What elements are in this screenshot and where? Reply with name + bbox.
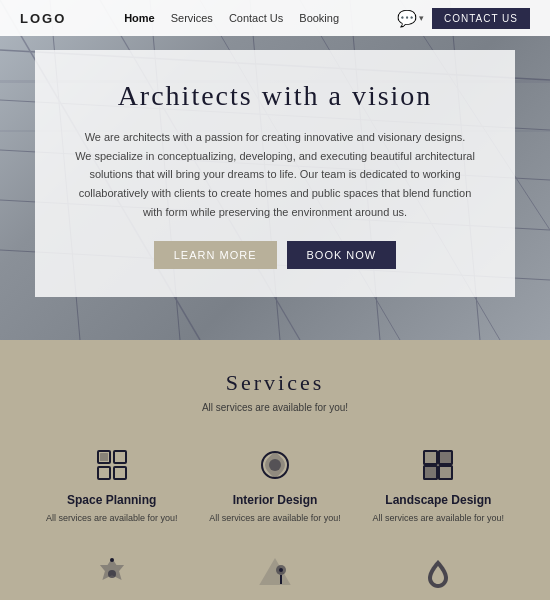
- learn-more-button[interactable]: LEARN MORE: [154, 241, 277, 269]
- services-title: Services: [30, 370, 520, 396]
- svg-rect-22: [100, 453, 108, 461]
- nav-home[interactable]: Home: [124, 12, 155, 24]
- site-planning-icon: [257, 556, 293, 592]
- svg-point-36: [279, 568, 283, 572]
- structural-engineering-icon: [420, 556, 456, 592]
- service-interior-design-desc: All services are available for you!: [209, 512, 341, 526]
- service-landscape-design-name: Landscape Design: [385, 493, 491, 507]
- service-structural-engineering: Structural Engineering All services are …: [357, 546, 520, 601]
- hero-buttons: LEARN MORE BOOK NOW: [75, 241, 475, 269]
- svg-rect-32: [440, 467, 451, 478]
- services-grid: Space Planning All services are availabl…: [30, 437, 520, 600]
- service-cad: Computer Aided Design All services are a…: [30, 546, 193, 601]
- services-section: Services All services are available for …: [0, 340, 550, 600]
- hero-section: Architects with a vision We are architec…: [0, 0, 550, 340]
- service-landscape-design: Landscape Design All services are availa…: [357, 437, 520, 536]
- space-planning-icon: [94, 447, 130, 483]
- service-space-planning: Space Planning All services are availabl…: [30, 437, 193, 536]
- service-interior-design: Interior Design All services are availab…: [193, 437, 356, 536]
- logo: LOGO: [20, 11, 66, 26]
- navbar: LOGO Home Services Contact Us Booking 💬 …: [0, 0, 550, 36]
- svg-rect-31: [425, 467, 436, 478]
- nav-booking[interactable]: Booking: [299, 12, 339, 24]
- cad-icon: [94, 556, 130, 592]
- svg-rect-21: [114, 467, 126, 479]
- hero-card: Architects with a vision We are architec…: [35, 50, 515, 297]
- svg-point-34: [110, 558, 114, 562]
- dropdown-caret: ▾: [419, 13, 424, 23]
- contact-us-button[interactable]: CONTACT US: [432, 8, 530, 29]
- nav-links: Home Services Contact Us Booking: [124, 12, 339, 24]
- svg-rect-29: [425, 452, 436, 463]
- nav-right: 💬 ▾ CONTACT US: [397, 8, 530, 29]
- svg-rect-30: [440, 452, 451, 463]
- svg-rect-20: [114, 451, 126, 463]
- hero-title: Architects with a vision: [75, 80, 475, 112]
- chat-icon[interactable]: 💬 ▾: [397, 9, 424, 28]
- service-space-planning-desc: All services are available for you!: [46, 512, 178, 526]
- nav-contact[interactable]: Contact Us: [229, 12, 283, 24]
- service-space-planning-name: Space Planning: [67, 493, 156, 507]
- service-landscape-design-desc: All services are available for you!: [373, 512, 505, 526]
- services-subtitle: All services are available for you!: [30, 402, 520, 413]
- service-interior-design-name: Interior Design: [233, 493, 318, 507]
- book-now-button[interactable]: BOOK NOW: [287, 241, 397, 269]
- svg-rect-19: [98, 467, 110, 479]
- landscape-design-icon: [420, 447, 456, 483]
- svg-point-24: [269, 459, 281, 471]
- hero-description: We are architects with a passion for cre…: [75, 128, 475, 221]
- service-site-planning: Site Planning All services are available…: [193, 546, 356, 601]
- svg-point-33: [108, 570, 116, 578]
- interior-design-icon: [257, 447, 293, 483]
- nav-services[interactable]: Services: [171, 12, 213, 24]
